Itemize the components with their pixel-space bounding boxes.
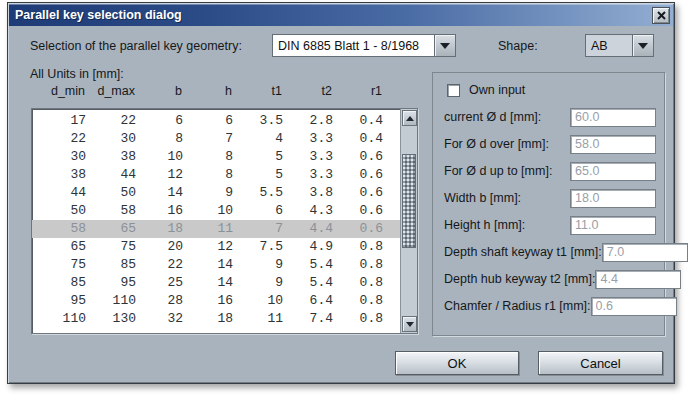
- table-cell: 11: [183, 220, 233, 238]
- field-input[interactable]: [570, 216, 656, 235]
- table-cell: 8: [136, 130, 183, 148]
- ok-button[interactable]: OK: [395, 351, 519, 375]
- column-header-b: b: [135, 84, 182, 98]
- table-cell: 3.8: [283, 184, 333, 202]
- table-row[interactable]: 22308743.30.4: [32, 130, 400, 148]
- table-cell: 25: [136, 274, 183, 292]
- field-input[interactable]: [595, 270, 681, 289]
- field-input[interactable]: [570, 162, 656, 181]
- table-row[interactable]: 657520127.54.90.8: [32, 238, 400, 256]
- table-cell: 130: [86, 310, 136, 328]
- table-cell: 0.8: [333, 238, 383, 256]
- desktop-background: Parallel key selection dialog Selection …: [0, 0, 691, 403]
- table-row[interactable]: 384412853.30.6: [32, 166, 400, 184]
- own-input-label: Own input: [469, 83, 525, 97]
- table-cell: 5.4: [283, 274, 333, 292]
- parallel-key-dialog: Parallel key selection dialog Selection …: [7, 2, 675, 384]
- field-input[interactable]: [591, 297, 677, 316]
- table-row[interactable]: 303810853.30.6: [32, 148, 400, 166]
- field-label: For Ø d up to [mm]:: [444, 164, 570, 178]
- table-row[interactable]: 1101303218117.40.8: [32, 310, 400, 328]
- table-cell: 12: [136, 166, 183, 184]
- table-cell: 9: [233, 274, 283, 292]
- own-input-checkbox[interactable]: [447, 84, 460, 97]
- table-row[interactable]: 7585221495.40.8: [32, 256, 400, 274]
- table-cell: 5.4: [283, 256, 333, 274]
- table-cell: 0.4: [333, 112, 383, 130]
- table-cell: 9: [233, 256, 283, 274]
- table-cell: 16: [136, 202, 183, 220]
- table-cell: 3.3: [283, 166, 333, 184]
- table-cell: 95: [86, 274, 136, 292]
- field-input[interactable]: [570, 189, 656, 208]
- shape-combobox[interactable]: AB: [585, 34, 654, 57]
- table-cell: 85: [86, 256, 136, 274]
- geometry-combobox-arrow-button[interactable]: [434, 35, 455, 56]
- table-cell: 5: [233, 166, 283, 184]
- key-size-listbox[interactable]: 1722663.52.80.422308743.30.4303810853.30…: [31, 108, 418, 334]
- table-cell: 5: [233, 148, 283, 166]
- table-cell: 7.5: [233, 238, 283, 256]
- table-row[interactable]: 5058161064.30.6: [32, 202, 400, 220]
- table-cell: 0.6: [333, 184, 383, 202]
- table-cell: 0.6: [333, 166, 383, 184]
- table-cell: 9: [183, 184, 233, 202]
- table-cell: 20: [136, 238, 183, 256]
- column-header-t2: t2: [282, 84, 332, 98]
- table-cell: 50: [86, 184, 136, 202]
- field-input[interactable]: [570, 135, 656, 154]
- field-row: current Ø d [mm]:: [444, 107, 656, 127]
- column-header-t1: t1: [232, 84, 282, 98]
- table-cell: 65: [32, 238, 86, 256]
- shape-combobox-value: AB: [586, 35, 632, 56]
- table-cell: 22: [86, 112, 136, 130]
- scroll-down-button[interactable]: [402, 316, 417, 332]
- geometry-label: Selection of the parallel key geometry:: [30, 39, 242, 53]
- field-row: Width b [mm]:: [444, 188, 656, 208]
- table-cell: 10: [183, 202, 233, 220]
- shape-combobox-arrow-button[interactable]: [632, 35, 653, 56]
- field-input[interactable]: [602, 243, 688, 262]
- geometry-combobox[interactable]: DIN 6885 Blatt 1 - 8/1968: [272, 34, 456, 57]
- table-cell: 75: [32, 256, 86, 274]
- close-button[interactable]: [652, 7, 670, 24]
- table-cell: 10: [233, 292, 283, 310]
- table-row[interactable]: 5865181174.40.6: [32, 220, 400, 238]
- table-cell: 4.9: [283, 238, 333, 256]
- field-label: Chamfer / Radius r1 [mm]:: [444, 299, 591, 313]
- cancel-button[interactable]: Cancel: [538, 351, 663, 375]
- table-cell: 38: [32, 166, 86, 184]
- column-header-r1: r1: [332, 84, 382, 98]
- field-row: For Ø d up to [mm]:: [444, 161, 656, 181]
- table-cell: 10: [136, 148, 183, 166]
- table-cell: 110: [86, 292, 136, 310]
- field-row: Height h [mm]:: [444, 215, 656, 235]
- table-cell: 6.4: [283, 292, 333, 310]
- table-cell: 0.6: [333, 220, 383, 238]
- scrollbar-thumb[interactable]: [402, 154, 416, 248]
- table-cell: 18: [136, 220, 183, 238]
- table-cell: 22: [32, 130, 86, 148]
- chevron-down-icon: [440, 43, 450, 49]
- table-cell: 0.6: [333, 148, 383, 166]
- table-row[interactable]: 951102816106.40.8: [32, 292, 400, 310]
- field-row: For Ø d over [mm]:: [444, 134, 656, 154]
- table-cell: 38: [86, 148, 136, 166]
- table-cell: 58: [32, 220, 86, 238]
- table-cell: 11: [233, 310, 283, 328]
- table-row[interactable]: 44501495.53.80.6: [32, 184, 400, 202]
- scroll-up-button[interactable]: [402, 110, 417, 126]
- table-cell: 17: [32, 112, 86, 130]
- own-input-panel: Own input current Ø d [mm]:For Ø d over …: [432, 72, 665, 336]
- title-bar[interactable]: Parallel key selection dialog: [9, 4, 673, 26]
- field-label: Height h [mm]:: [444, 218, 570, 232]
- table-row[interactable]: 8595251495.40.8: [32, 274, 400, 292]
- table-cell: 7: [183, 130, 233, 148]
- table-row[interactable]: 1722663.52.80.4: [32, 112, 400, 130]
- field-list: current Ø d [mm]:For Ø d over [mm]:For Ø…: [444, 107, 656, 316]
- field-input[interactable]: [570, 108, 656, 127]
- table-cell: 30: [86, 130, 136, 148]
- vertical-scrollbar[interactable]: [400, 109, 417, 333]
- table-cell: 44: [32, 184, 86, 202]
- table-cell: 18: [183, 310, 233, 328]
